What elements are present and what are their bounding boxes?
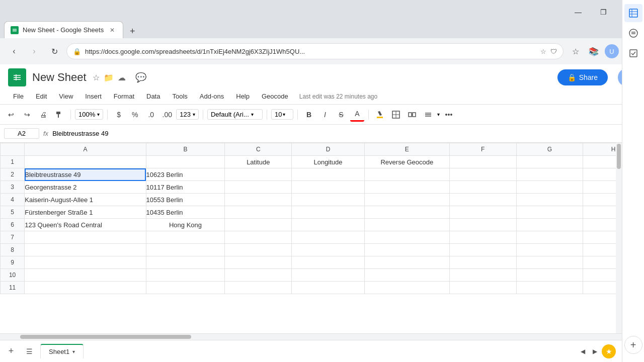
cell-d7[interactable] — [292, 231, 365, 244]
menu-edit[interactable]: Edit — [31, 90, 52, 102]
cell-e10[interactable] — [364, 269, 449, 282]
reload-button[interactable]: ↻ — [46, 43, 62, 59]
horizontal-scrollbar[interactable] — [0, 334, 622, 340]
cell-d5[interactable] — [292, 206, 365, 219]
cell-g2[interactable] — [516, 168, 583, 181]
cell-b4[interactable]: 10553 Berlin — [146, 194, 225, 206]
cell-e2[interactable] — [364, 168, 449, 181]
font-size-control[interactable]: 10 ▾ — [271, 109, 293, 120]
cell-b5[interactable]: 10435 Berlin — [146, 206, 225, 219]
decimal-less-button[interactable]: .0 — [144, 108, 158, 122]
back-button[interactable]: ‹ — [6, 43, 22, 59]
cell-a11[interactable] — [25, 282, 146, 294]
url-bar[interactable]: 🔒 https://docs.google.com/spreadsheets/d… — [66, 43, 564, 59]
cell-f7[interactable] — [449, 231, 516, 244]
active-tab[interactable]: New Sheet - Google Sheets ✕ — [4, 21, 123, 38]
sheet-tab-sheet1[interactable]: Sheet1 ▾ — [40, 344, 84, 358]
print-button[interactable]: 🖨 — [36, 108, 50, 122]
cell-e3[interactable] — [364, 181, 449, 194]
more-toolbar-button[interactable]: ••• — [442, 108, 456, 122]
align-chevron[interactable]: ▾ — [437, 112, 440, 117]
cell-f6[interactable] — [449, 219, 516, 231]
cell-e11[interactable] — [364, 282, 449, 294]
cell-c9[interactable] — [225, 256, 292, 269]
percent-button[interactable]: % — [128, 108, 142, 122]
fill-color-button[interactable] — [373, 108, 387, 122]
menu-geocode[interactable]: Geocode — [257, 90, 293, 102]
cell-a3[interactable]: Georgenstrasse 2 — [25, 181, 146, 194]
cell-a2[interactable]: Bleibtreustrasse 49 — [25, 168, 146, 181]
cell-g1[interactable] — [516, 156, 583, 168]
col-header-a[interactable]: A — [25, 143, 146, 156]
italic-button[interactable]: I — [318, 108, 332, 122]
cell-d11[interactable] — [292, 282, 365, 294]
cell-c7[interactable] — [225, 231, 292, 244]
cell-b9[interactable] — [146, 256, 225, 269]
cell-a6[interactable]: 123 Queen's Road Central — [25, 219, 146, 231]
cell-c11[interactable] — [225, 282, 292, 294]
cell-c3[interactable] — [225, 181, 292, 194]
cell-f11[interactable] — [449, 282, 516, 294]
cell-d1[interactable]: Longitude — [292, 156, 365, 168]
col-header-b[interactable]: B — [146, 143, 225, 156]
decimal-more-button[interactable]: .00 — [160, 108, 174, 122]
cell-f2[interactable] — [449, 168, 516, 181]
cell-reference[interactable] — [4, 128, 39, 139]
number-format-control[interactable]: 123 ▾ — [176, 109, 199, 120]
cell-b6[interactable]: Hong Kong — [146, 219, 225, 231]
scroll-sheets-left[interactable]: ◀ — [578, 346, 588, 356]
undo-button[interactable]: ↩ — [4, 108, 18, 122]
cell-g5[interactable] — [516, 206, 583, 219]
cell-a7[interactable] — [25, 231, 146, 244]
menu-addons[interactable]: Add-ons — [195, 90, 229, 102]
cell-d8[interactable] — [292, 244, 365, 256]
h-scroll-thumb[interactable] — [20, 335, 191, 339]
cell-c5[interactable] — [225, 206, 292, 219]
cell-c6[interactable] — [225, 219, 292, 231]
cell-e9[interactable] — [364, 256, 449, 269]
menu-insert[interactable]: Insert — [80, 90, 107, 102]
cell-d2[interactable] — [292, 168, 365, 181]
col-header-d[interactable]: D — [292, 143, 365, 156]
maximize-button[interactable]: ❐ — [592, 4, 615, 20]
cell-c4[interactable] — [225, 194, 292, 206]
redo-button[interactable]: ↪ — [20, 108, 34, 122]
currency-button[interactable]: $ — [112, 108, 126, 122]
comment-button[interactable]: 💬 — [132, 68, 150, 86]
cell-c1[interactable]: Latitude — [225, 156, 292, 168]
merge-cells-button[interactable] — [405, 108, 419, 122]
menu-help[interactable]: Help — [231, 90, 255, 102]
cell-c2[interactable] — [225, 168, 292, 181]
bold-button[interactable]: B — [302, 108, 316, 122]
cell-e8[interactable] — [364, 244, 449, 256]
cell-g8[interactable] — [516, 244, 583, 256]
cell-g4[interactable] — [516, 194, 583, 206]
cell-e7[interactable] — [364, 231, 449, 244]
menu-data[interactable]: Data — [141, 90, 165, 102]
menu-format[interactable]: Format — [109, 90, 139, 102]
cell-g9[interactable] — [516, 256, 583, 269]
col-header-e[interactable]: E — [364, 143, 449, 156]
cell-d6[interactable] — [292, 219, 365, 231]
cell-a10[interactable] — [25, 269, 146, 282]
strikethrough-button[interactable]: S — [334, 108, 348, 122]
cell-f9[interactable] — [449, 256, 516, 269]
cell-d9[interactable] — [292, 256, 365, 269]
folder-icon[interactable]: 📁 — [104, 73, 114, 82]
sheet-list-button[interactable]: ☰ — [22, 344, 36, 358]
menu-tools[interactable]: Tools — [167, 90, 192, 102]
menu-file[interactable]: File — [8, 90, 29, 102]
share-button[interactable]: 🔒 Share — [557, 69, 608, 85]
forward-button[interactable]: › — [26, 43, 42, 59]
cell-b3[interactable]: 10117 Berlin — [146, 181, 225, 194]
cell-f5[interactable] — [449, 206, 516, 219]
cell-f10[interactable] — [449, 269, 516, 282]
cell-a5[interactable]: Fürstenberger Straße 1 — [25, 206, 146, 219]
new-tab-button[interactable]: + — [125, 24, 139, 38]
font-control[interactable]: Default (Ari... ▾ — [207, 109, 263, 120]
cell-d10[interactable] — [292, 269, 365, 282]
col-header-f[interactable]: F — [449, 143, 516, 156]
cell-g3[interactable] — [516, 181, 583, 194]
cell-g7[interactable] — [516, 231, 583, 244]
cell-f8[interactable] — [449, 244, 516, 256]
